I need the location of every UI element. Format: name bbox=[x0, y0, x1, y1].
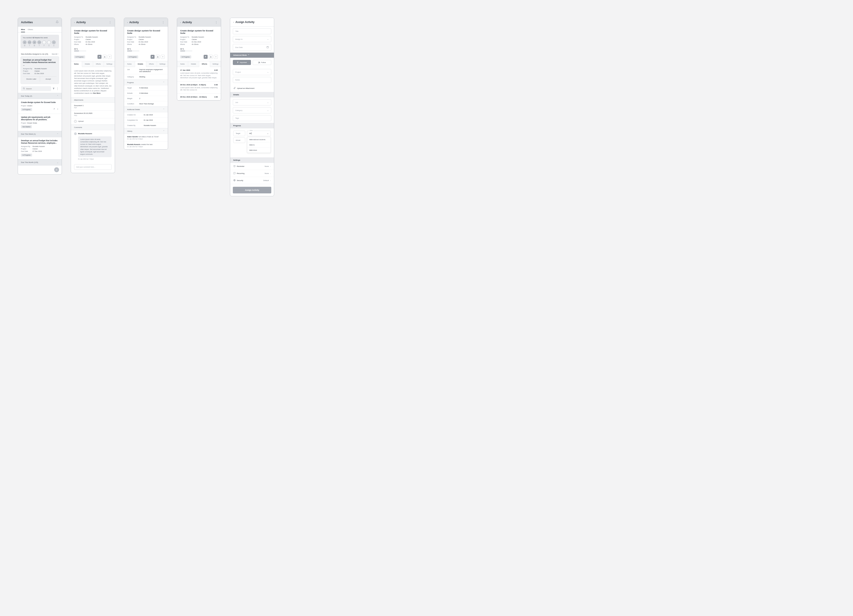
effort-item[interactable]: 09 Dec 2019 (3:00pm - 6:30pm)3:30 Lorem … bbox=[177, 82, 221, 94]
task-card[interactable]: Create design system for Exceed Suite Pr… bbox=[18, 99, 62, 114]
important-button[interactable]: Important bbox=[233, 60, 251, 65]
back-icon[interactable]: ‹ bbox=[74, 21, 75, 24]
attachments-header: Attachments bbox=[71, 97, 115, 103]
due-date-field[interactable]: Due Date bbox=[233, 44, 271, 51]
tab-details[interactable]: Details bbox=[135, 61, 146, 67]
tab-mine[interactable]: Mine bbox=[21, 29, 25, 32]
task-card[interactable]: Update job requirements and job descript… bbox=[18, 114, 62, 131]
task-detail-header: Create design system for Exceed Suite As… bbox=[124, 27, 168, 48]
project-field[interactable]: Project⌄ bbox=[233, 69, 271, 75]
pin-button[interactable] bbox=[161, 55, 165, 59]
tab-settings[interactable]: Settings bbox=[157, 61, 168, 67]
more-icon[interactable]: ⋮ bbox=[109, 21, 112, 24]
paperclip-icon bbox=[233, 87, 236, 90]
tab-notes[interactable]: Notes bbox=[177, 61, 188, 67]
title-field[interactable]: Title bbox=[233, 28, 271, 34]
day-tue[interactable]: 8.5 bbox=[27, 41, 31, 44]
section-due-week[interactable]: Due This Week (1) ⌃ bbox=[18, 131, 62, 137]
section-due-today[interactable]: Due Today (2) ⌃ bbox=[18, 93, 62, 99]
effort-item[interactable]: 17 Jan 20200:05 Lorem ipsum dolor sit am… bbox=[177, 67, 221, 82]
flag-button[interactable] bbox=[150, 55, 155, 59]
target-field[interactable]: Target bbox=[233, 130, 245, 136]
history-header[interactable]: History⌃ bbox=[124, 128, 168, 134]
job-field[interactable]: Job⌄ bbox=[233, 99, 271, 105]
flag-buttons: Important Follow bbox=[230, 58, 274, 67]
progress-display: 40 % bbox=[71, 48, 115, 53]
task-detail-header: Create design system for Exceed Suite As… bbox=[71, 27, 115, 48]
bell-icon[interactable] bbox=[56, 21, 59, 24]
accept-button[interactable]: Accept bbox=[40, 76, 57, 82]
day-mon[interactable]: 12 bbox=[23, 41, 27, 44]
more-icon[interactable]: ⋮ bbox=[215, 21, 218, 24]
repeat-icon bbox=[233, 172, 237, 175]
effort-item[interactable]: 09 Dec 2019 (9:00am - 10:00am)1:00 bbox=[177, 94, 221, 100]
tab-notes[interactable]: Notes bbox=[124, 61, 135, 67]
add-button[interactable]: + bbox=[54, 167, 59, 172]
additional-details-header[interactable]: Additional Details⌃ bbox=[124, 106, 168, 112]
search-input-wrap[interactable] bbox=[21, 86, 51, 91]
see-all-link[interactable]: See All› bbox=[52, 53, 59, 55]
comment-input[interactable]: Add your comment here... bbox=[74, 164, 112, 170]
calendar-icon bbox=[266, 46, 269, 49]
back-icon[interactable]: ‹ bbox=[127, 21, 128, 24]
day-sun[interactable]: 4 bbox=[52, 41, 56, 44]
units-field[interactable]: Units int⌄ bbox=[247, 130, 271, 136]
tab-efforts[interactable]: Efforts bbox=[199, 61, 210, 67]
upload-button[interactable]: + Upload bbox=[71, 118, 115, 124]
flag-button[interactable] bbox=[203, 55, 208, 59]
rss-button[interactable] bbox=[103, 55, 106, 59]
section-due-month[interactable]: Due This Month (123) ⌄ bbox=[18, 159, 62, 165]
tab-settings[interactable]: Settings bbox=[104, 61, 115, 67]
day-thu[interactable]: 7.5 bbox=[37, 41, 41, 44]
day-wed[interactable]: 10 bbox=[32, 41, 36, 44]
tab-others[interactable]: Others bbox=[27, 29, 33, 32]
assign-to-field[interactable]: Assign to⌄ bbox=[233, 36, 271, 42]
search-input[interactable] bbox=[26, 88, 49, 90]
notes-field[interactable]: Notes bbox=[233, 77, 271, 83]
reminder-setting[interactable]: Reminder None › bbox=[230, 163, 274, 170]
tab-details[interactable]: Details bbox=[188, 61, 199, 67]
day-sat[interactable] bbox=[47, 41, 51, 44]
upload-attachment-link[interactable]: Upload an Attachment bbox=[230, 85, 274, 92]
pin-button[interactable] bbox=[108, 55, 112, 59]
see-more-link[interactable]: See More bbox=[93, 92, 100, 94]
tags-field[interactable]: Tags bbox=[233, 115, 271, 121]
rss-button[interactable] bbox=[156, 55, 159, 59]
dropdown-option[interactable]: international students bbox=[247, 137, 271, 142]
progress-header[interactable]: Progress⌃ bbox=[124, 80, 168, 85]
more-icon[interactable]: ⋮ bbox=[162, 21, 165, 24]
pin-icon[interactable] bbox=[57, 108, 59, 111]
day-circles: 12M 8.5T 10W 7.5T F S 4S bbox=[23, 41, 57, 46]
rss-button[interactable] bbox=[209, 55, 213, 59]
back-icon[interactable]: ‹ bbox=[233, 21, 234, 23]
category-field[interactable]: Category⌄ bbox=[233, 107, 271, 114]
actual-field[interactable]: Actual bbox=[233, 138, 245, 143]
decide-later-button[interactable]: Decide Later bbox=[23, 76, 40, 82]
flag-button[interactable] bbox=[97, 55, 102, 59]
dropdown-option[interactable]: interns bbox=[247, 142, 271, 148]
pin-button[interactable] bbox=[214, 55, 218, 59]
assign-activity-button[interactable]: Assign Activity bbox=[233, 187, 271, 193]
filter-icon[interactable] bbox=[52, 87, 55, 90]
dropdown-option[interactable]: interviews bbox=[247, 148, 271, 153]
status-badge[interactable]: In Progress bbox=[127, 56, 138, 58]
more-icon[interactable]: ⋮ bbox=[56, 87, 59, 90]
flag-icon[interactable] bbox=[53, 108, 56, 111]
tab-details[interactable]: Details bbox=[82, 61, 93, 67]
advanced-mode-bar[interactable]: Advanced Mode⌃ bbox=[230, 53, 274, 58]
attachment-item[interactable]: Screenshot 20.10.2020 PNG bbox=[71, 111, 115, 118]
attachment-item[interactable]: Document 1 PDF bbox=[71, 103, 115, 111]
recurring-setting[interactable]: Recurring None › bbox=[230, 170, 274, 177]
panel-header: Activities bbox=[18, 18, 62, 27]
tab-efforts[interactable]: Efforts bbox=[146, 61, 157, 67]
tab-settings[interactable]: Settings bbox=[210, 61, 221, 67]
task-card[interactable]: Develops an annual budget that includes … bbox=[18, 137, 62, 159]
back-icon[interactable]: ‹ bbox=[180, 21, 181, 24]
security-setting[interactable]: Security Default › bbox=[230, 177, 274, 184]
tab-efforts[interactable]: Efforts bbox=[93, 61, 104, 67]
day-fri[interactable] bbox=[42, 41, 46, 44]
status-badge[interactable]: In Progress bbox=[74, 56, 85, 58]
status-badge[interactable]: In Progress bbox=[180, 56, 191, 58]
tab-notes[interactable]: Notes bbox=[71, 61, 82, 67]
follow-button[interactable]: Follow bbox=[253, 60, 271, 65]
